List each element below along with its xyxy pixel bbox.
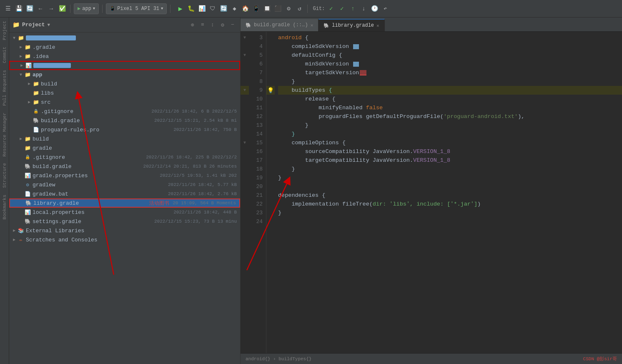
arrow-icon: ► [18, 44, 24, 50]
fold-marker4[interactable]: ▼ [241, 138, 249, 147]
collapse-icon[interactable]: ≡ [198, 21, 207, 29]
list-item[interactable]: ► 📄 proguard-rules.pro 2022/11/26 18:42,… [9, 125, 240, 134]
list-item[interactable]: ► 📁 libs [9, 88, 240, 98]
app-selector[interactable]: ▶ app ▼ [74, 3, 99, 14]
git-push-icon[interactable]: ↑ [348, 4, 357, 13]
arrow-icon: ▼ [18, 71, 24, 78]
code-line: release { [278, 95, 622, 103]
code-panel: 🐘 build.gradle (::…) ✕ 🐘 library.gradle … [241, 18, 622, 364]
undo-icon[interactable]: ↺ [295, 4, 304, 13]
git-pull-icon[interactable]: ↓ [359, 4, 368, 13]
list-item[interactable]: ▼ 📁 app [9, 70, 240, 79]
list-item[interactable]: ► 🔒 .gitignore 2022/11/26 18:42, 225 B 2… [9, 153, 240, 162]
scratches-icon: ✏ [18, 236, 24, 243]
list-item[interactable]: ► 📁 gradle [9, 143, 240, 153]
code-content[interactable]: android { compileSdkVersion defaultConfi… [275, 32, 622, 353]
settings2-icon[interactable]: ⚙ [218, 21, 227, 29]
list-item[interactable]: ► 🔒 .gitignore 2022/11/26 18:42, 6 B 202… [9, 107, 240, 116]
arrow-icon: ► [18, 136, 24, 142]
save-icon[interactable]: 💾 [14, 4, 23, 13]
git-label: Git: [313, 6, 325, 12]
build-folder-icon: 📁 [33, 80, 39, 87]
code-line: compileOptions { [278, 138, 622, 147]
list-item[interactable]: ► 📁 .gradle [9, 43, 240, 52]
fold-spacer [241, 42, 249, 51]
local-props-icon: 📊 [24, 209, 31, 216]
libs-folder-icon: 📁 [33, 90, 39, 96]
list-item[interactable]: ► 📁 build [9, 79, 240, 88]
panel-dropdown-icon[interactable]: ▼ [48, 23, 50, 28]
list-item[interactable]: ► ✏ Scratches and Consoles [9, 235, 240, 244]
sep4 [307, 5, 308, 13]
code-line: } [278, 121, 622, 130]
git-check1-icon[interactable]: ✓ [326, 4, 336, 13]
tab-project[interactable]: Project [1, 18, 8, 43]
list-item[interactable]: ► 🐘 settings.gradle 2022/12/15 15:23, 73… [9, 217, 240, 226]
list-item[interactable]: ► 📁 .idea [9, 52, 240, 61]
list-item[interactable]: ► ⚙ gradlew 2022/11/26 18:42, 5.77 kB [9, 180, 240, 189]
diamond-icon[interactable]: ◆ [230, 4, 239, 13]
action-icon[interactable]: ✅ [58, 4, 67, 13]
list-item[interactable]: ► 📊 [9, 61, 240, 70]
code-area: ▼ ▼ ▼ ▼ 3 4 5 6 7 8 9 [241, 32, 622, 353]
list-item[interactable]: ► 📊 gradle.properties 2022/12/5 19:53, 1… [9, 171, 240, 180]
root-gitignore-icon: 🔒 [24, 154, 31, 161]
list-item[interactable]: ► 📊 local.properties 2022/11/26 18:42, 4… [9, 208, 240, 217]
tab-structure[interactable]: Structure [1, 160, 8, 191]
device2-icon[interactable]: ⬛ [273, 4, 282, 13]
list-item[interactable]: ► 🐘 build.gradle 2022/12/14 20:21, 813 B… [9, 162, 240, 171]
tab-resource-manager[interactable]: Resource Manager [1, 109, 8, 160]
device-selector[interactable]: 📱 Pixel 5 API 31 ▼ [106, 3, 167, 14]
refresh-icon[interactable]: 🔄 [25, 4, 34, 13]
run-button[interactable]: ▶ [176, 4, 185, 13]
list-item[interactable]: ▼ 📁 [9, 33, 240, 43]
back-icon[interactable]: ← [36, 4, 45, 13]
csdn-badge: CSDN @彭sir哥 [583, 356, 617, 362]
fold-marker3[interactable]: ▼ [241, 86, 249, 95]
tab-build-gradle[interactable]: 🐘 build.gradle (::…) ✕ [241, 19, 319, 31]
library-tab-icon: 🐘 [324, 23, 329, 28]
tab-library-gradle[interactable]: 🐘 library.gradle ✕ [319, 19, 384, 31]
code-line: android { [278, 33, 622, 42]
coverage-icon[interactable]: 📊 [197, 4, 206, 13]
fold-marker[interactable]: ▼ [241, 33, 249, 42]
settings-icon[interactable]: ⚙ [284, 4, 293, 13]
hint-bulb[interactable]: 💡 [266, 86, 275, 95]
debug-icon[interactable]: 🐛 [186, 4, 196, 13]
fold-spacer5 [241, 95, 249, 103]
proguard-icon: 📄 [33, 126, 39, 133]
nav-menu-icon[interactable]: ☰ [3, 4, 13, 13]
sync-icon[interactable]: 🔄 [219, 4, 228, 13]
list-item[interactable]: ► 📁 src [9, 98, 240, 107]
list-item[interactable]: ► 📁 build [9, 134, 240, 143]
git-revert-icon[interactable]: ↶ [381, 4, 390, 13]
list-item[interactable]: ► 🐘 build.gradle 2022/12/15 15:21, 2.54 … [9, 116, 240, 125]
fold-spacer9 [241, 130, 249, 138]
sort-icon[interactable]: ↕ [208, 21, 217, 29]
list-item[interactable]: ► 🐘 library.gradle 活动图书 20 15:09, 564 B … [9, 198, 240, 208]
sdk-value-badge [353, 44, 359, 49]
minimize-icon[interactable]: − [228, 21, 237, 29]
home-icon[interactable]: 🏠 [241, 4, 250, 13]
git-check2-icon[interactable]: ✓ [337, 4, 346, 13]
fold-spacer3 [241, 68, 249, 77]
sdk-icon[interactable]: 🔲 [262, 4, 271, 13]
profile-icon[interactable]: 🛡 [208, 4, 217, 13]
arrow-icon: ► [26, 80, 33, 87]
tab-commit[interactable]: Commit [1, 43, 8, 67]
gradle-dir-icon: 📁 [24, 145, 31, 151]
tab-bookmarks[interactable]: Bookmarks [1, 191, 8, 223]
code-line: minSdkVersion [278, 60, 622, 68]
forward-icon[interactable]: → [47, 4, 56, 13]
list-item[interactable]: ► 📄 gradlew.bat 2022/11/26 18:42, 2.76 k… [9, 189, 240, 198]
avd-icon[interactable]: 📱 [251, 4, 261, 13]
tab-close-library-icon[interactable]: ✕ [376, 23, 379, 28]
tab-close-icon[interactable]: ✕ [311, 23, 314, 28]
git-history-icon[interactable]: 🕐 [370, 4, 379, 13]
list-item[interactable]: ► 📚 External Libraries [9, 226, 240, 235]
add-icon[interactable]: ⊕ [188, 21, 197, 29]
tab-pull-requests[interactable]: Pull Requests [1, 67, 8, 109]
lightbulb-icon: 💡 [267, 87, 274, 94]
fold-marker2[interactable]: ▼ [241, 51, 249, 60]
gradle-tab-icon: 🐘 [246, 23, 251, 28]
